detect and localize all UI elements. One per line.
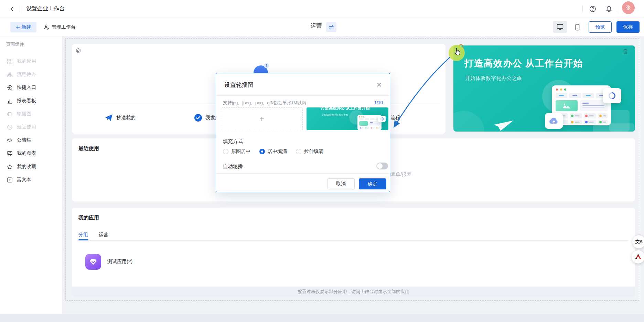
new-button[interactable]: 新建 — [10, 22, 36, 32]
flow-icon — [7, 72, 13, 77]
node-graph-icon — [635, 253, 642, 260]
translate-floating-button[interactable]: 文A — [632, 235, 644, 248]
sidebar-item-label: 最近使用 — [17, 124, 36, 130]
workspace-builder-app: 设置企业工作台 张 新建 管理工作台 运营 预览 保存 — [0, 0, 644, 322]
sidebar-item-my-charts[interactable]: 我的图表 — [0, 147, 63, 160]
manage-workspace-button[interactable]: 管理工作台 — [43, 22, 76, 32]
thumbnail-refresh-badge — [378, 116, 386, 122]
swap-icon — [328, 24, 334, 30]
radio-label: 原图居中 — [231, 148, 250, 155]
sidebar-item-label: 快捷入口 — [17, 84, 36, 91]
richtext-icon — [7, 177, 13, 183]
fill-mode-options: 原图居中 居中填满 拉伸填满 — [223, 148, 323, 155]
sidebar-item-label: 轮播图 — [17, 111, 31, 117]
desktop-view-button[interactable] — [553, 21, 567, 33]
sidebar-item-label: 我的收藏 — [17, 164, 36, 170]
hand-cursor-icon — [452, 48, 461, 58]
page-title: 设置企业工作台 — [26, 5, 65, 12]
upload-hint: 支持jpg、jpeg、png、gif格式,单张1M以内 — [223, 100, 306, 106]
radio-icon[interactable] — [223, 149, 228, 154]
translate-icon: 文A — [635, 239, 642, 245]
sidebar-header: 页面组件 — [6, 41, 24, 48]
manage-workspace-label: 管理工作台 — [52, 24, 76, 30]
sidebar-item-label: 公告栏 — [17, 137, 31, 143]
plus-icon — [16, 25, 20, 29]
divider — [216, 95, 390, 96]
thumbnail-title: 打造高效办公 从工作台开始 — [321, 107, 369, 111]
save-button[interactable]: 保存 — [616, 21, 640, 33]
star-icon — [7, 164, 13, 170]
radio-icon[interactable] — [296, 149, 301, 154]
sidebar-item-favorites[interactable]: 我的收藏 — [0, 160, 63, 173]
monitor-icon — [557, 24, 564, 30]
carousel-image-thumbnail[interactable]: 打造高效办公 从工作台开始 开始体验数字化办公之旅 — [307, 107, 388, 130]
fill-option-0[interactable]: 原图居中 — [223, 148, 250, 155]
new-button-label: 新建 — [22, 24, 31, 30]
builder-toolbar: 新建 管理工作台 运营 预览 保存 — [0, 18, 644, 36]
carousel-icon — [7, 111, 13, 117]
fill-option-2[interactable]: 拉伸填满 — [296, 148, 323, 155]
exclamation-bubble: ! — [264, 63, 269, 68]
switch-workspace-button[interactable] — [326, 22, 336, 32]
topbar: 设置企业工作台 张 — [0, 0, 644, 18]
divider — [20, 6, 20, 12]
sidebar-item-label: 富文本 — [17, 177, 31, 183]
chart-icon — [7, 98, 13, 104]
radio-label: 居中填满 — [268, 148, 287, 155]
sidebar-item-carousel[interactable]: 轮播图 — [0, 107, 63, 121]
help-button[interactable] — [588, 4, 598, 14]
sidebar-item-flow-todo[interactable]: 流程待办 — [0, 68, 63, 81]
help-icon — [589, 6, 596, 12]
fill-option-1[interactable]: 居中填满 — [259, 148, 287, 155]
workspace-name: 运营 — [311, 22, 322, 30]
close-icon[interactable]: ✕ — [375, 81, 383, 89]
user-gear-icon — [43, 24, 49, 30]
back-button[interactable] — [8, 4, 17, 13]
graph-floating-button[interactable] — [632, 250, 644, 263]
confirm-button[interactable]: 确定 — [359, 178, 386, 189]
sidebar-item-recent[interactable]: 最近使用 — [0, 121, 63, 134]
notifications-button[interactable] — [604, 4, 614, 14]
phone-icon — [575, 24, 580, 31]
enter-icon — [7, 85, 13, 91]
speaker-icon — [7, 137, 13, 143]
radio-icon[interactable] — [259, 149, 265, 154]
avatar[interactable]: 张 — [622, 1, 635, 14]
sidebar-item-label: 报表看板 — [17, 98, 36, 104]
carousel-settings-modal: 设置轮播图 ✕ 支持jpg、jpeg、png、gif格式,单张1M以内 1/10… — [216, 73, 390, 192]
divider — [582, 6, 583, 12]
cancel-button[interactable]: 取消 — [327, 178, 355, 189]
sidebar-item-richtext[interactable]: 富文本 — [0, 173, 63, 186]
clock-icon — [7, 124, 13, 130]
image-counter: 1/10 — [374, 100, 383, 105]
sidebar-item-label: 我的图表 — [17, 150, 36, 156]
modal-title: 设置轮播图 — [224, 81, 254, 89]
sidebar-item-label: 流程待办 — [17, 71, 36, 77]
radio-label: 拉伸填满 — [304, 148, 323, 155]
sidebar-item-label: 我的应用 — [17, 58, 36, 64]
upload-image-button[interactable]: + — [221, 107, 303, 130]
sidebar-item-my-apps[interactable]: 我的应用 — [0, 55, 63, 68]
bottom-strip — [0, 314, 644, 322]
bell-icon — [605, 6, 612, 12]
mobile-view-button[interactable] — [570, 21, 584, 33]
thumbnail-subtitle: 开始体验数字化办公之旅 — [322, 113, 348, 117]
sidebar-item-quick-entry[interactable]: 快捷入口 — [0, 81, 63, 94]
divider — [216, 173, 390, 174]
sidebar-item-report-board[interactable]: 报表看板 — [0, 94, 63, 107]
grid-icon — [7, 59, 13, 64]
auto-play-toggle[interactable] — [376, 163, 388, 169]
components-sidebar: 页面组件 我的应用 流程待办 快捷入口 报表看板 轮播图 最近使用 公告栏 — [0, 37, 63, 314]
preview-button[interactable]: 预览 — [589, 21, 612, 33]
chevron-left-icon — [10, 7, 14, 11]
auto-play-label: 自动轮播 — [223, 163, 243, 170]
toggle-knob — [377, 163, 383, 169]
divider — [617, 6, 617, 12]
sidebar-item-announcement[interactable]: 公告栏 — [0, 134, 63, 147]
fill-mode-label: 填充方式 — [223, 138, 243, 145]
board-icon — [7, 150, 13, 156]
